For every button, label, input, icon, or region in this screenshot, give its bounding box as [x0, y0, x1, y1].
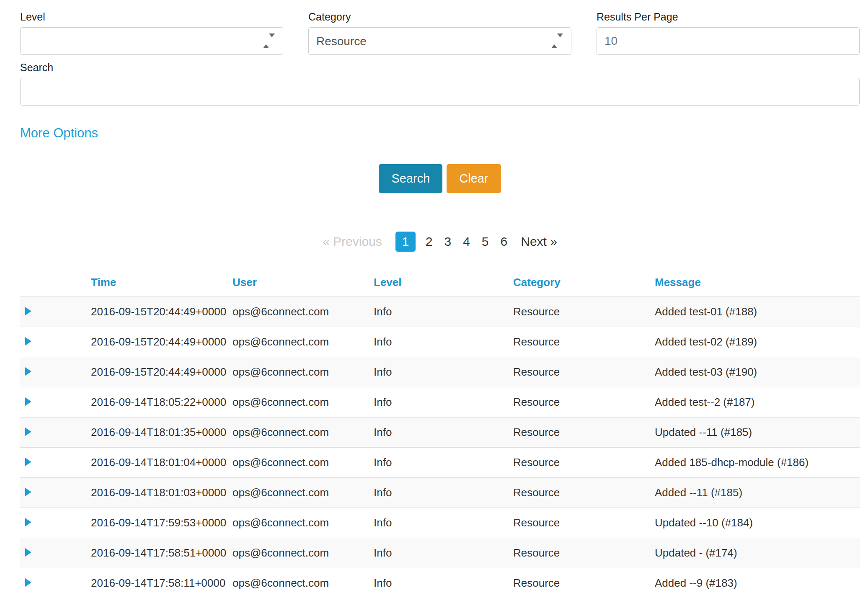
pagination-previous: « Previous	[323, 235, 382, 248]
cell-category: Resource	[512, 357, 653, 387]
cell-user: ops@6connect.com	[231, 357, 372, 387]
row-expander-cell[interactable]	[20, 387, 89, 418]
expand-row-icon[interactable]	[25, 458, 31, 466]
cell-user: ops@6connect.com	[231, 538, 372, 568]
column-header-time: Time	[89, 267, 231, 297]
cell-level: Info	[372, 508, 512, 538]
expand-row-icon[interactable]	[25, 578, 31, 587]
cell-time: 2016-09-14T17:58:51+0000	[89, 538, 231, 568]
cell-category: Resource	[512, 478, 653, 508]
search-row: Search	[20, 62, 860, 106]
row-expander-cell[interactable]	[20, 448, 89, 478]
cell-message: Added test-02 (#189)	[653, 327, 860, 357]
results-per-page-label: Results Per Page	[597, 11, 860, 23]
pagination-page-active[interactable]: 1	[395, 232, 416, 252]
column-header-user: User	[231, 267, 372, 297]
row-expander-cell[interactable]	[20, 297, 89, 327]
cell-category: Resource	[512, 538, 653, 568]
cell-time: 2016-09-14T18:01:03+0000	[89, 478, 231, 508]
cell-category: Resource	[512, 297, 653, 327]
table-row: 2016-09-14T18:05:22+0000ops@6connect.com…	[20, 387, 860, 418]
search-input[interactable]	[20, 78, 860, 106]
cell-message: Updated --11 (#185)	[653, 418, 860, 448]
table-row: 2016-09-15T20:44:49+0000ops@6connect.com…	[20, 357, 860, 387]
pagination-page[interactable]: 3	[444, 235, 451, 248]
expand-row-icon[interactable]	[25, 428, 31, 436]
category-select[interactable]: Resource	[308, 27, 571, 55]
filter-row: Level Category Resource Results Per Page	[20, 11, 860, 55]
table-row: 2016-09-14T18:01:04+0000ops@6connect.com…	[20, 448, 860, 478]
cell-message: Added 185-dhcp-module (#186)	[653, 448, 860, 478]
expand-row-icon[interactable]	[25, 518, 31, 526]
row-expander-cell[interactable]	[20, 327, 89, 357]
log-viewer-page: Level Category Resource Results Per Page…	[0, 0, 868, 598]
log-table-header: Time User Level Category Message	[20, 267, 860, 297]
cell-user: ops@6connect.com	[231, 478, 372, 508]
cell-user: ops@6connect.com	[231, 508, 372, 538]
table-row: 2016-09-14T17:58:11+0000ops@6connect.com…	[20, 568, 860, 598]
row-expander-cell[interactable]	[20, 568, 89, 598]
pagination-page[interactable]: 5	[482, 235, 489, 248]
cell-level: Info	[372, 387, 512, 418]
cell-category: Resource	[512, 508, 653, 538]
cell-level: Info	[372, 357, 512, 387]
expander-header	[20, 267, 89, 297]
expand-row-icon[interactable]	[25, 337, 31, 345]
row-expander-cell[interactable]	[20, 418, 89, 448]
clear-button[interactable]: Clear	[447, 164, 501, 193]
pagination-page[interactable]: 4	[463, 235, 470, 248]
cell-user: ops@6connect.com	[231, 297, 372, 327]
cell-message: Added --11 (#185)	[653, 478, 860, 508]
search-button[interactable]: Search	[379, 164, 442, 193]
log-table-body: 2016-09-15T20:44:49+0000ops@6connect.com…	[20, 297, 860, 598]
cell-time: 2016-09-15T20:44:49+0000	[89, 357, 231, 387]
cell-category: Resource	[512, 327, 653, 357]
expand-row-icon[interactable]	[25, 548, 31, 557]
category-filter: Category Resource	[308, 11, 571, 55]
table-row: 2016-09-14T18:01:35+0000ops@6connect.com…	[20, 418, 860, 448]
category-label: Category	[308, 11, 571, 23]
cell-user: ops@6connect.com	[231, 418, 372, 448]
cell-time: 2016-09-14T18:01:04+0000	[89, 448, 231, 478]
expand-row-icon[interactable]	[25, 488, 31, 496]
pagination-page[interactable]: 2	[426, 235, 433, 248]
cell-message: Added test--2 (#187)	[653, 387, 860, 418]
cell-level: Info	[372, 418, 512, 448]
cell-category: Resource	[512, 387, 653, 418]
more-options-link[interactable]: More Options	[20, 126, 98, 141]
cell-level: Info	[372, 538, 512, 568]
row-expander-cell[interactable]	[20, 508, 89, 538]
level-select[interactable]	[20, 27, 283, 55]
cell-time: 2016-09-14T18:05:22+0000	[89, 387, 231, 418]
cell-user: ops@6connect.com	[231, 387, 372, 418]
column-header-category: Category	[512, 267, 653, 297]
cell-time: 2016-09-15T20:44:49+0000	[89, 327, 231, 357]
row-expander-cell[interactable]	[20, 538, 89, 568]
cell-category: Resource	[512, 448, 653, 478]
expand-row-icon[interactable]	[25, 397, 31, 406]
cell-user: ops@6connect.com	[231, 568, 372, 598]
cell-message: Added test-03 (#190)	[653, 357, 860, 387]
cell-category: Resource	[512, 418, 653, 448]
cell-level: Info	[372, 448, 512, 478]
cell-message: Updated --10 (#184)	[653, 508, 860, 538]
row-expander-cell[interactable]	[20, 478, 89, 508]
row-expander-cell[interactable]	[20, 357, 89, 387]
level-filter: Level	[20, 11, 283, 55]
cell-level: Info	[372, 327, 512, 357]
table-row: 2016-09-15T20:44:49+0000ops@6connect.com…	[20, 327, 860, 357]
cell-time: 2016-09-14T17:59:53+0000	[89, 508, 231, 538]
pagination-page[interactable]: 6	[501, 235, 508, 248]
expand-row-icon[interactable]	[25, 307, 31, 315]
cell-user: ops@6connect.com	[231, 448, 372, 478]
cell-level: Info	[372, 568, 512, 598]
table-row: 2016-09-14T18:01:03+0000ops@6connect.com…	[20, 478, 860, 508]
pagination-next[interactable]: Next »	[521, 235, 557, 248]
column-header-level: Level	[372, 267, 512, 297]
table-row: 2016-09-14T17:59:53+0000ops@6connect.com…	[20, 508, 860, 538]
log-table: Time User Level Category Message 2016-09…	[20, 267, 860, 598]
cell-user: ops@6connect.com	[231, 327, 372, 357]
results-per-page-input[interactable]	[597, 27, 860, 55]
cell-time: 2016-09-14T17:58:11+0000	[89, 568, 231, 598]
expand-row-icon[interactable]	[25, 367, 31, 376]
